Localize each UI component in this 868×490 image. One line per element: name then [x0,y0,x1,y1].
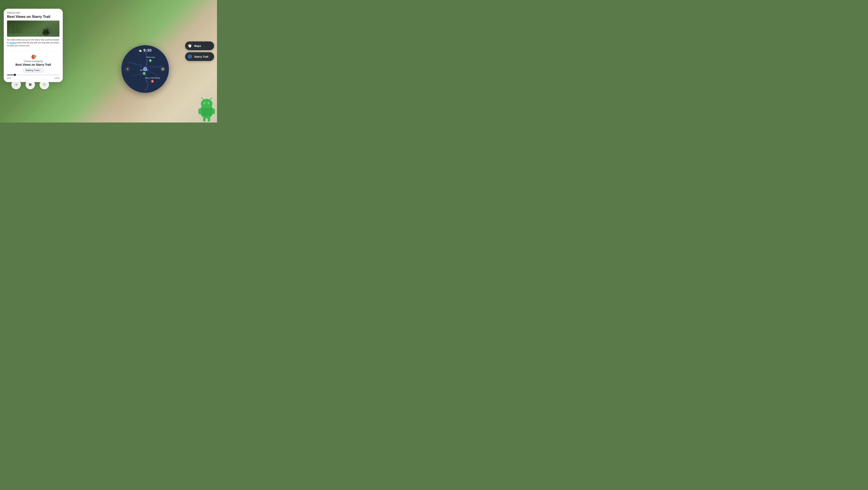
svg-marker-9 [44,25,50,34]
svg-line-39 [201,97,204,100]
svg-point-46 [209,103,209,104]
svg-marker-7 [14,26,20,34]
forward-button[interactable]: ↻ [39,80,49,89]
svg-rect-48 [212,108,215,114]
now-playing-label: Chrome now playing [24,60,43,62]
maps-shortcut[interactable]: Maps [185,41,214,50]
svg-point-34 [189,45,190,46]
svg-point-13 [32,56,34,57]
svg-point-24 [144,73,144,74]
article-title: Best Views on Starry Trail [7,15,59,19]
time-total: -10:00 [54,77,59,79]
pause-button[interactable] [26,80,35,89]
chrome-playing-section: Chrome now playing Best Views on Starry … [4,54,63,75]
rewind-button[interactable]: ↺ [11,80,21,89]
svg-rect-17 [30,83,31,86]
article-thumbnail [7,21,59,37]
category-chip[interactable]: Walking Trails › [23,68,44,73]
article-body: No matter where you go on the Starry Tra… [7,38,59,47]
time-current: 0:10 [7,77,11,79]
svg-rect-50 [208,117,210,122]
highlight-word: stunning [9,41,17,44]
svg-text:↻: ↻ [43,83,45,86]
progress-fill [7,75,15,75]
weather-icon: ⛅ [138,49,142,52]
watch-close-button[interactable]: ✕ [125,66,130,72]
watch-time: 9:30 [143,48,152,53]
chip-chevron-icon: › [40,69,41,71]
media-player-card: Walking trails Best Views on Starry Trai… [4,9,63,82]
watch-locate-button[interactable] [160,66,165,72]
svg-point-22 [150,60,151,61]
picnic-area-pin: Picnic Area [145,56,156,62]
watch-inner: ⛅ 9:30 Picnic Area Starry Trail Starry T… [122,46,168,92]
svg-rect-16 [29,83,30,86]
starry-trail-label: Starry Trail [194,55,208,58]
progress-times: 0:10 -10:00 [4,77,63,79]
svg-point-45 [205,103,205,104]
android-mascot [196,97,217,118]
svg-point-1 [43,29,46,32]
starry-trail-icon [187,54,192,59]
picnic-area-label: Picnic Area [145,56,156,59]
chrome-logo [30,54,36,59]
svg-rect-11 [7,33,59,36]
parking-label: Starry Trail Parking [144,77,161,79]
svg-marker-8 [18,27,22,34]
watch-display: ⛅ 9:30 Picnic Area Starry Trail Starry T… [121,45,169,93]
svg-line-41 [210,97,212,100]
now-playing-title: Best Views on Starry Trail [16,63,51,66]
svg-rect-5 [7,22,59,36]
app-shortcuts: Maps Starry Trail [185,41,214,61]
starry-trail-shortcut[interactable]: Starry Trail [185,52,214,61]
svg-point-2 [46,28,49,31]
article-category: Walking trails [7,11,59,14]
svg-marker-10 [48,26,53,34]
maps-icon [187,43,192,49]
svg-rect-51 [202,108,212,116]
user-location-dot [144,67,147,71]
svg-rect-4 [46,31,49,34]
svg-point-26 [152,81,153,82]
progress-bar-container[interactable] [4,75,63,75]
svg-text:↺: ↺ [15,83,17,86]
svg-rect-49 [203,117,206,122]
svg-point-28 [162,69,163,69]
media-controls: ↺ ↻ [11,80,49,89]
svg-point-0 [42,31,50,36]
article-section: Walking trails Best Views on Starry Trai… [4,9,63,49]
parking-pin: Starry Trail Parking [144,77,161,83]
chip-label: Walking Trails [26,69,39,71]
svg-marker-6 [11,25,17,34]
progress-thumb [14,74,16,76]
maps-label: Maps [194,45,201,48]
watch-status-bar: ⛅ 9:30 [122,48,168,53]
progress-track[interactable] [7,75,59,75]
svg-rect-3 [43,31,46,35]
svg-rect-47 [198,108,201,114]
svg-point-38 [201,99,212,109]
